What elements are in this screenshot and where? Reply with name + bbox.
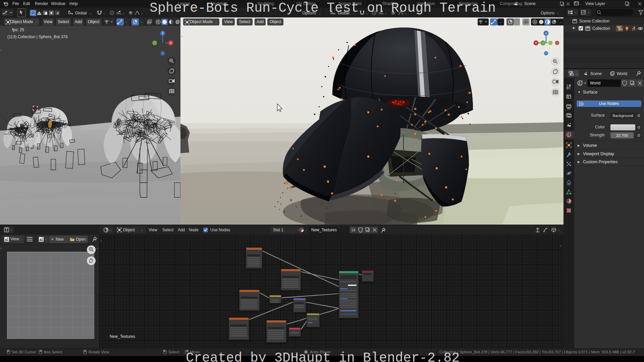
svg-text:(113) Collection | Sphere_Bot.: (113) Collection | Sphere_Bot.378 [7, 35, 68, 39]
svg-text:X: X [535, 41, 537, 45]
svg-text:X: X [170, 41, 172, 45]
svg-text:Z: Z [545, 32, 547, 35]
svg-text:›: › [181, 34, 183, 38]
svg-text:›: › [0, 48, 2, 52]
svg-text:-Y: -Y [542, 42, 545, 45]
svg-text:Z: Z [162, 32, 164, 35]
svg-text:fps: 25: fps: 25 [12, 27, 24, 32]
